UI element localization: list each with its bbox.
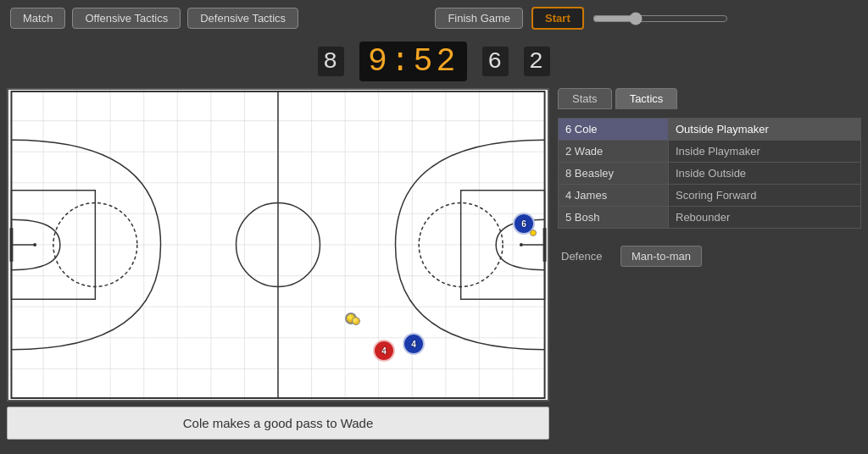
score-right: 2 (524, 47, 550, 76)
top-bar: Match Offensive Tactics Defensive Tactic… (0, 0, 868, 36)
player-tactic-cell[interactable]: Scoring Forward (669, 185, 861, 207)
ball-marker (352, 317, 360, 325)
player-name-cell[interactable]: 5 Bosh (559, 207, 669, 229)
player-row-beasley[interactable]: 8 Beasley Inside Outside (559, 163, 861, 185)
player-dot-p6[interactable]: 6 (513, 213, 535, 235)
main-layout: 61344 Cole makes a good pass to Wade Sta… (0, 88, 868, 440)
start-button[interactable]: Start (531, 7, 584, 30)
player-tactic-cell[interactable]: Inside Playmaker (669, 141, 861, 163)
player-tactic-cell[interactable]: Outside Playmaker (669, 119, 861, 141)
finish-game-button[interactable]: Finish Game (435, 8, 523, 29)
player-name-cell[interactable]: 4 James (559, 185, 669, 207)
defence-row: Defence Man-to-man (558, 241, 861, 272)
defence-dropdown[interactable]: Man-to-man (620, 246, 702, 267)
status-bar: Cole makes a good pass to Wade (7, 407, 549, 440)
offensive-tactics-tab[interactable]: Offensive Tactics (72, 8, 181, 29)
score-left: 8 (318, 47, 344, 76)
player-row-bosh[interactable]: 5 Bosh Rebounder (559, 207, 861, 229)
match-tab[interactable]: Match (10, 8, 65, 29)
score-mid: 6 (482, 47, 509, 76)
player-tactic-cell[interactable]: Rebounder (669, 207, 861, 229)
basketball-court: 61344 (7, 88, 549, 401)
status-message: Cole makes a good pass to Wade (183, 416, 374, 430)
court-wrap: 61344 Cole makes a good pass to Wade (7, 88, 549, 440)
top-center: Finish Game Start (305, 7, 858, 30)
player-name-cell[interactable]: 6 Cole (559, 119, 669, 141)
player-row-james[interactable]: 4 James Scoring Forward (559, 185, 861, 207)
speed-slider[interactable] (593, 12, 728, 25)
player-dot-p4b[interactable]: 4 (403, 333, 425, 355)
player-dot-p4r[interactable]: 4 (373, 340, 395, 362)
players-tbody: 6 Cole Outside Playmaker 2 Wade Inside P… (559, 119, 861, 229)
right-panel: Stats Tactics 6 Cole Outside Playmaker 2… (558, 88, 861, 440)
defence-label: Defence (561, 250, 612, 263)
player-row-wade[interactable]: 2 Wade Inside Playmaker (559, 141, 861, 163)
score-bar: 8 9:52 6 2 (0, 36, 868, 88)
player-name-cell[interactable]: 2 Wade (559, 141, 669, 163)
svg-point-36 (520, 243, 523, 246)
player-row-cole[interactable]: 6 Cole Outside Playmaker (559, 119, 861, 141)
panel-tabs: Stats Tactics (558, 88, 861, 109)
defensive-tactics-tab[interactable]: Defensive Tactics (187, 8, 298, 29)
tactics-tab[interactable]: Tactics (615, 88, 678, 109)
game-timer: 9:52 (359, 42, 467, 81)
player-name-cell[interactable]: 8 Beasley (559, 163, 669, 185)
players-table: 6 Cole Outside Playmaker 2 Wade Inside P… (558, 118, 861, 229)
svg-point-31 (33, 243, 36, 246)
stats-tab[interactable]: Stats (558, 88, 612, 109)
player-tactic-cell[interactable]: Inside Outside (669, 163, 861, 185)
